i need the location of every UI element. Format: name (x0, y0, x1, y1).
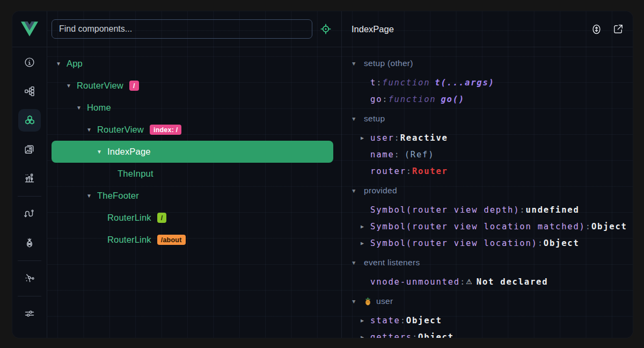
expand-arrow-icon[interactable]: ▼ (86, 127, 94, 133)
sidebar-item-settings[interactable] (18, 302, 41, 325)
expand-arrow-icon[interactable]: ▼ (351, 115, 364, 122)
tree-node-label: RouterLink (107, 235, 151, 245)
colon-separator: : (400, 316, 406, 325)
component-picker-button[interactable] (319, 23, 332, 35)
expand-arrow-icon[interactable]: ▶ (361, 317, 370, 323)
tree-node-home[interactable]: ▼Home (52, 97, 333, 119)
property-row[interactable]: ▶Symbol(router view location matched) : … (351, 218, 633, 235)
tree-node-app[interactable]: ▼App (52, 53, 333, 75)
tree-node-label: RouterView (77, 81, 123, 91)
property-row: ▶name : (Ref) (351, 146, 633, 163)
search-input[interactable] (52, 19, 312, 39)
function-keyword: function (382, 78, 430, 88)
sidebar-item-graph[interactable] (18, 267, 41, 289)
colon-separator: : (519, 205, 525, 215)
expand-arrow-icon[interactable]: ▼ (351, 187, 364, 194)
pineapple-icon (24, 237, 35, 249)
function-keyword: function (388, 95, 436, 104)
section-label: setup (364, 114, 385, 124)
tree-node-routerlink[interactable]: ▼RouterLink/about (52, 229, 333, 251)
expand-arrow-icon[interactable]: ▶ (361, 135, 370, 141)
property-value: Not declared (477, 277, 548, 287)
tree-icon (24, 85, 35, 97)
section-label: event listeners (364, 258, 420, 267)
expand-arrow-icon[interactable]: ▼ (56, 61, 63, 67)
open-in-editor-icon[interactable] (612, 23, 624, 35)
inspector-section-user: ▼ user▶state : Object▶getters : Object (351, 293, 633, 338)
property-row[interactable]: ▶state : Object (351, 312, 633, 329)
section-label: provided (364, 186, 397, 195)
info-icon (24, 56, 35, 68)
route-badge: /about (157, 235, 186, 245)
property-row[interactable]: ▶getters : Object (351, 329, 633, 338)
route-badge: index: / (150, 125, 181, 135)
tree-node-routerview[interactable]: ▼RouterViewindex: / (52, 119, 333, 141)
hexagons-icon (24, 114, 36, 127)
devtools-frame: ▼App▼RouterView/▼Home▼RouterViewindex: /… (0, 0, 644, 348)
property-value: Object (418, 332, 454, 338)
sidebar-item-assets[interactable] (18, 138, 41, 161)
expand-arrow-icon[interactable]: ▼ (76, 105, 84, 111)
sidebar-nav (12, 47, 47, 331)
section-header[interactable]: ▼setup (351, 110, 633, 127)
graph-icon (24, 272, 35, 284)
property-key: vnode-unmounted (370, 277, 460, 287)
expand-arrow-icon[interactable]: ▶ (361, 334, 370, 338)
expand-arrow-icon[interactable]: ▼ (351, 60, 364, 67)
components-toolbar (47, 11, 341, 47)
tree-node-theinput[interactable]: ▼TheInput (52, 163, 333, 185)
inspector-title: IndexPage (352, 24, 394, 34)
sidebar-item-router[interactable] (18, 202, 41, 225)
tree-node-label: Home (87, 103, 111, 113)
sidebar-divider (18, 260, 41, 261)
expand-arrow-icon[interactable]: ▶ (361, 223, 370, 229)
property-value: Reactive (400, 133, 448, 143)
function-signature: t(...args) (435, 78, 494, 88)
expand-arrow-icon[interactable]: ▼ (66, 83, 74, 89)
colon-separator: : (394, 150, 400, 160)
sidebar-divider (18, 196, 41, 197)
vue-devtools-window: ▼App▼RouterView/▼Home▼RouterViewindex: /… (12, 11, 633, 338)
sidebar-item-info[interactable] (18, 51, 41, 74)
route-badge: / (157, 213, 167, 223)
tree-node-routerview[interactable]: ▼RouterView/ (52, 75, 333, 97)
property-key: name (370, 150, 394, 160)
route-badge: / (129, 81, 139, 91)
tree-node-label: RouterLink (107, 213, 151, 223)
section-header[interactable]: ▼setup (other) (351, 55, 633, 71)
sidebar-item-components[interactable] (18, 109, 41, 132)
expand-arrow-icon[interactable]: ▼ (351, 298, 364, 305)
expand-arrow-icon[interactable]: ▼ (86, 193, 94, 199)
tree-node-label: RouterView (97, 125, 144, 135)
scroll-to-component-icon[interactable] (590, 23, 603, 35)
colon-separator: : (412, 332, 418, 338)
expand-arrow-icon[interactable]: ▶ (361, 240, 370, 246)
property-row[interactable]: ▶user : Reactive (351, 129, 633, 146)
property-key: Symbol(router view location) (370, 238, 538, 248)
expand-arrow-icon[interactable]: ▼ (97, 149, 104, 155)
function-signature: go() (441, 95, 465, 104)
colon-separator: : (376, 78, 382, 88)
section-header[interactable]: ▼provided (351, 182, 633, 199)
sidebar-item-pinia[interactable] (18, 231, 41, 254)
section-header[interactable]: ▼event listeners (351, 254, 633, 271)
property-key: Symbol(router view location matched) (370, 222, 586, 231)
sidebar-item-component-tree[interactable] (18, 80, 41, 103)
property-key: Symbol(router view depth) (370, 205, 519, 215)
inspector-header: IndexPage (342, 11, 633, 47)
section-header[interactable]: ▼ user (351, 293, 633, 309)
tree-node-thefooter[interactable]: ▼TheFooter (52, 185, 333, 207)
tree-node-label: App (67, 59, 83, 69)
sidebar (12, 11, 47, 338)
property-row[interactable]: ▶Symbol(router view location) : Object (351, 235, 633, 251)
components-panel: ▼App▼RouterView/▼Home▼RouterViewindex: /… (47, 11, 342, 338)
tree-node-routerlink[interactable]: ▼RouterLink/ (52, 207, 333, 229)
colon-separator: : (586, 222, 591, 231)
property-key: user (370, 133, 394, 143)
property-value: Object (406, 316, 442, 325)
sliders-icon (24, 308, 35, 320)
expand-arrow-icon[interactable]: ▼ (351, 259, 364, 266)
tree-node-indexpage[interactable]: ▼IndexPage (52, 141, 333, 163)
sidebar-item-timeline[interactable] (18, 167, 41, 190)
property-key: getters (370, 332, 412, 338)
